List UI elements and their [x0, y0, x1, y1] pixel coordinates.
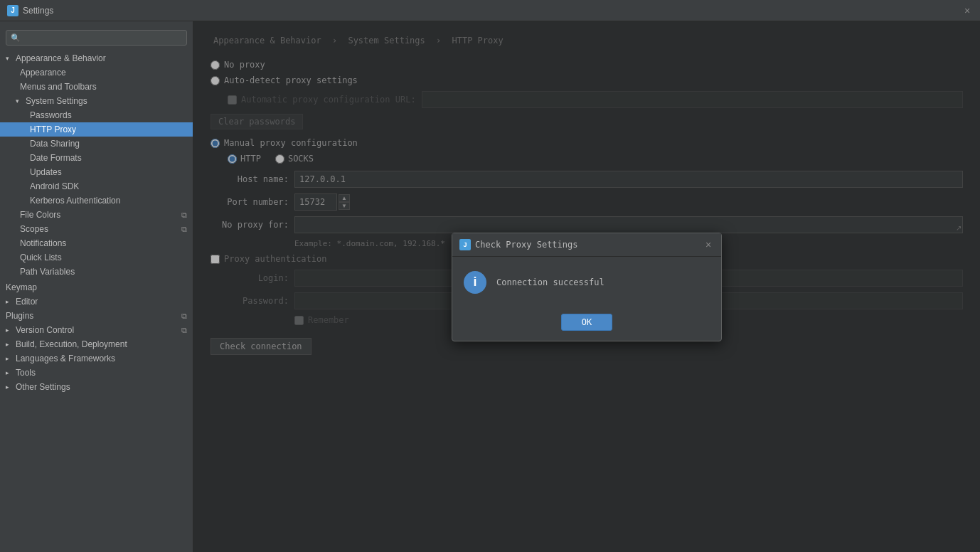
- sidebar-item-label: Plugins: [6, 311, 33, 321]
- dialog-footer: OK: [452, 308, 721, 341]
- sidebar-section-appearance-behavior: ▾ Appearance & Behavior Appearance Menus…: [0, 51, 193, 279]
- sidebar-item-label: Editor: [16, 297, 38, 307]
- sidebar-item-build-exec[interactable]: ▸ Build, Execution, Deployment: [0, 337, 193, 351]
- sidebar-item-kerberos[interactable]: Kerberos Authentication: [0, 193, 193, 208]
- sidebar-item-date-formats[interactable]: Date Formats: [0, 151, 193, 165]
- close-button[interactable]: ×: [962, 5, 973, 16]
- sidebar-item-data-sharing[interactable]: Data Sharing: [0, 137, 193, 151]
- check-proxy-dialog: J Check Proxy Settings × i Connection su…: [452, 233, 722, 341]
- sidebar-item-tools[interactable]: ▸ Tools: [0, 366, 193, 380]
- chevron-right-icon: ▸: [6, 298, 13, 305]
- sidebar-item-label: Date Formats: [30, 153, 82, 163]
- window-title: Settings: [23, 6, 962, 16]
- settings-window: J Settings × 🔍 ▾ Appearance & Behavior A…: [0, 0, 980, 552]
- main-content: Appearance & Behavior › System Settings …: [193, 21, 980, 552]
- sidebar: 🔍 ▾ Appearance & Behavior Appearance Men…: [0, 21, 193, 552]
- sidebar-item-label: Menus and Toolbars: [20, 82, 97, 92]
- sidebar-item-label: HTTP Proxy: [30, 124, 76, 134]
- sidebar-item-passwords[interactable]: Passwords: [0, 108, 193, 122]
- sidebar-item-scopes[interactable]: Scopes ⧉: [0, 222, 193, 236]
- sidebar-group-system-settings[interactable]: ▾ System Settings: [0, 94, 193, 108]
- chevron-right-icon: ▸: [6, 327, 13, 334]
- sidebar-item-label: Version Control: [16, 325, 74, 335]
- sidebar-group-label: Appearance & Behavior: [16, 53, 106, 63]
- sidebar-item-android-sdk[interactable]: Android SDK: [0, 179, 193, 193]
- sidebar-item-version-control[interactable]: ▸ Version Control ⧉: [0, 323, 193, 337]
- info-icon: i: [464, 271, 486, 294]
- chevron-down-icon: ▾: [16, 97, 23, 105]
- sidebar-group-appearance-behavior[interactable]: ▾ Appearance & Behavior: [0, 51, 193, 65]
- copy-icon: ⧉: [181, 211, 187, 220]
- sidebar-item-plugins[interactable]: Plugins ⧉: [0, 309, 193, 323]
- search-input[interactable]: [23, 33, 182, 43]
- sidebar-item-label: Tools: [16, 368, 36, 378]
- sidebar-item-quick-lists[interactable]: Quick Lists: [0, 250, 193, 265]
- content-area: 🔍 ▾ Appearance & Behavior Appearance Men…: [0, 21, 980, 552]
- sidebar-item-notifications[interactable]: Notifications: [0, 236, 193, 250]
- dialog-body: i Connection successful: [452, 257, 721, 308]
- sidebar-item-file-colors[interactable]: File Colors ⧉: [0, 208, 193, 222]
- chevron-right-icon: ▸: [6, 383, 13, 391]
- sidebar-item-label: Build, Execution, Deployment: [16, 339, 127, 349]
- sidebar-item-label: Android SDK: [30, 181, 79, 191]
- sidebar-item-other-settings[interactable]: ▸ Other Settings: [0, 380, 193, 394]
- sidebar-item-label: Data Sharing: [30, 139, 80, 149]
- chevron-right-icon: ▸: [6, 355, 13, 362]
- sidebar-item-label: Languages & Frameworks: [16, 354, 115, 363]
- copy-icon: ⧉: [181, 326, 187, 335]
- sidebar-item-label: Scopes: [20, 224, 48, 234]
- copy-icon: ⧉: [181, 312, 187, 321]
- sidebar-item-label: Path Variables: [20, 267, 75, 277]
- title-bar: J Settings ×: [0, 0, 980, 21]
- sidebar-item-languages[interactable]: ▸ Languages & Frameworks: [0, 351, 193, 366]
- sidebar-item-path-variables[interactable]: Path Variables: [0, 265, 193, 279]
- dialog-ok-button[interactable]: OK: [561, 314, 612, 331]
- sidebar-item-label: Kerberos Authentication: [30, 196, 120, 206]
- sidebar-item-label: Notifications: [20, 238, 66, 248]
- sidebar-item-http-proxy[interactable]: HTTP Proxy: [0, 122, 193, 137]
- search-icon: 🔍: [11, 33, 21, 43]
- sidebar-group-label: System Settings: [26, 96, 87, 106]
- copy-icon: ⧉: [181, 225, 187, 234]
- dialog-title-bar: J Check Proxy Settings ×: [452, 233, 721, 257]
- dialog-close-button[interactable]: ×: [703, 239, 714, 250]
- sidebar-item-label: Passwords: [30, 110, 72, 120]
- sidebar-item-label: Quick Lists: [20, 253, 62, 262]
- search-box[interactable]: 🔍: [6, 30, 187, 46]
- sidebar-item-menus-toolbars[interactable]: Menus and Toolbars: [0, 80, 193, 94]
- sidebar-item-label: Appearance: [20, 68, 66, 78]
- chevron-right-icon: ▸: [6, 341, 13, 348]
- sidebar-item-label: Updates: [30, 167, 62, 177]
- info-icon-label: i: [473, 275, 476, 290]
- sidebar-item-keymap[interactable]: Keymap: [0, 280, 193, 294]
- chevron-right-icon: ▸: [6, 369, 13, 376]
- chevron-down-icon: ▾: [6, 55, 13, 62]
- sidebar-item-label: Other Settings: [16, 382, 70, 392]
- sidebar-item-label: Keymap: [6, 282, 37, 292]
- sidebar-item-editor[interactable]: ▸ Editor: [0, 294, 193, 309]
- dialog-title: Check Proxy Settings: [475, 240, 703, 250]
- dialog-app-icon: J: [459, 239, 471, 250]
- sidebar-item-updates[interactable]: Updates: [0, 165, 193, 179]
- dialog-overlay: J Check Proxy Settings × i Connection su…: [193, 21, 980, 552]
- app-icon: J: [7, 5, 18, 16]
- dialog-message: Connection successful: [496, 277, 604, 287]
- sidebar-item-label: File Colors: [20, 210, 60, 220]
- sidebar-item-appearance[interactable]: Appearance: [0, 65, 193, 80]
